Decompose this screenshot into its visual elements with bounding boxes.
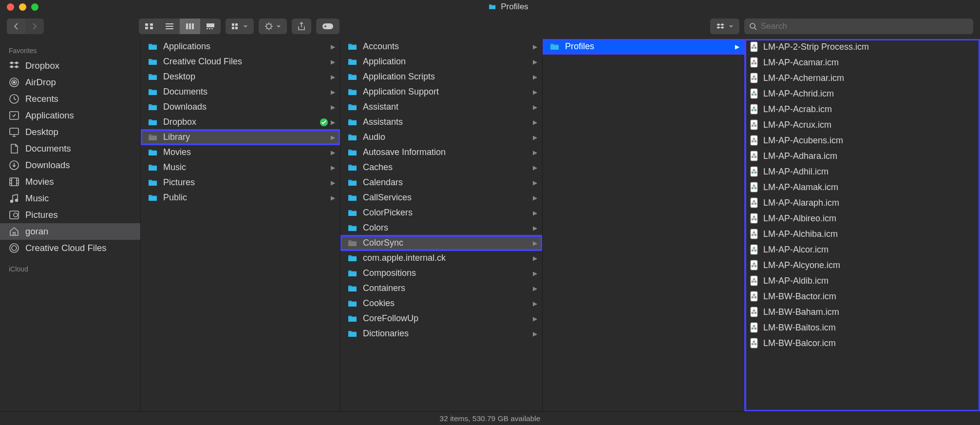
folder-item[interactable]: Music▶: [141, 160, 340, 175]
toolbar: [0, 14, 980, 39]
folder-icon: [347, 178, 358, 187]
folder-item[interactable]: Audio▶: [340, 130, 542, 145]
file-item[interactable]: LM-BW-Bactor.icm: [745, 289, 980, 304]
chevron-right-icon: ▶: [533, 104, 537, 111]
svg-rect-32: [232, 27, 234, 29]
folder-item[interactable]: com.apple.internal.ck▶: [340, 251, 542, 266]
item-label: Autosave Information: [363, 147, 446, 157]
file-item[interactable]: LM-AP-Adhara.icm: [745, 148, 980, 164]
file-item[interactable]: LM-AP-Acubens.icm: [745, 133, 980, 148]
sidebar-item-pictures[interactable]: Pictures: [0, 207, 140, 223]
file-item[interactable]: LM-AP-Alchiba.icm: [745, 226, 980, 242]
folder-item[interactable]: Documents▶: [141, 84, 340, 99]
sidebar-item-creative-cloud-files[interactable]: Creative Cloud Files: [0, 240, 140, 256]
item-label: LM-AP-Alcyone.icm: [763, 260, 840, 270]
search-field[interactable]: [744, 19, 973, 34]
icc-profile-icon: [750, 104, 758, 115]
file-item[interactable]: LM-AP-Alaraph.icm: [745, 195, 980, 211]
file-item[interactable]: LM-AP-Alamak.icm: [745, 179, 980, 195]
file-item[interactable]: LM-AP-Acrux.icm: [745, 117, 980, 133]
folder-item[interactable]: Desktop▶: [141, 69, 340, 84]
group-menu[interactable]: [226, 19, 254, 34]
folder-item[interactable]: Downloads▶: [141, 99, 340, 115]
sidebar-item-dropbox[interactable]: Dropbox: [0, 58, 140, 74]
window-zoom-button[interactable]: [31, 3, 38, 11]
folder-item[interactable]: Creative Cloud Files▶: [141, 54, 340, 69]
file-item[interactable]: LM-AP-Aldib.icm: [745, 273, 980, 289]
item-label: Documents: [163, 87, 207, 97]
search-icon: [749, 22, 757, 30]
item-label: Compositions: [363, 268, 416, 278]
dropbox-menu[interactable]: [710, 19, 739, 34]
folder-item[interactable]: Accounts▶: [340, 39, 542, 54]
folder-item[interactable]: Public▶: [141, 190, 340, 205]
view-gallery-button[interactable]: [200, 19, 221, 34]
back-button[interactable]: [7, 19, 25, 34]
folder-item[interactable]: ColorPickers▶: [340, 205, 542, 220]
file-item[interactable]: LM-AP-Achrid.icm: [745, 86, 980, 101]
window-minimize-button[interactable]: [19, 3, 26, 11]
folder-item[interactable]: Application▶: [340, 54, 542, 69]
folder-item[interactable]: Colors▶: [340, 220, 542, 235]
chevron-right-icon: ▶: [533, 225, 537, 232]
file-item[interactable]: LM-AP-Acrab.icm: [745, 101, 980, 117]
sidebar-item-recents[interactable]: Recents: [0, 91, 140, 107]
sidebar-item-movies[interactable]: Movies: [0, 174, 140, 190]
item-label: LM-AP-Acrab.icm: [763, 104, 832, 115]
file-item[interactable]: LM-AP-2-Strip Process.icm: [745, 39, 980, 55]
folder-item[interactable]: Calendars▶: [340, 175, 542, 190]
sidebar-item-downloads[interactable]: Downloads: [0, 157, 140, 174]
window-close-button[interactable]: [7, 3, 14, 11]
view-list-button[interactable]: [159, 19, 180, 34]
folder-item[interactable]: Movies▶: [141, 145, 340, 160]
folder-item[interactable]: Application Support▶: [340, 84, 542, 99]
folder-item[interactable]: Containers▶: [340, 281, 542, 296]
search-input[interactable]: [761, 21, 968, 31]
item-label: ColorSync: [363, 238, 403, 248]
file-item[interactable]: LM-BW-Baham.icm: [745, 304, 980, 320]
folder-item[interactable]: Compositions▶: [340, 266, 542, 281]
item-label: LM-AP-Acubens.icm: [763, 135, 843, 146]
chevron-right-icon: ▶: [533, 58, 537, 65]
folder-item[interactable]: Pictures▶: [141, 175, 340, 190]
file-item[interactable]: LM-AP-Adhil.icm: [745, 164, 980, 179]
sidebar-item-documents[interactable]: Documents: [0, 140, 140, 157]
file-item[interactable]: LM-BW-Baitos.icm: [745, 320, 980, 335]
folder-item[interactable]: Autosave Information▶: [340, 145, 542, 160]
file-item[interactable]: LM-AP-Alcor.icm: [745, 242, 980, 257]
sidebar-item-applications[interactable]: Applications: [0, 107, 140, 124]
action-menu[interactable]: [259, 19, 287, 34]
sidebar-item-music[interactable]: Music: [0, 190, 140, 207]
folder-item[interactable]: Caches▶: [340, 160, 542, 175]
folder-item[interactable]: CoreFollowUp▶: [340, 311, 542, 326]
file-item[interactable]: LM-AP-Acamar.icm: [745, 55, 980, 70]
folder-item[interactable]: Library▶: [141, 130, 340, 145]
icc-profile-icon: [750, 244, 758, 255]
sidebar-item-airdrop[interactable]: AirDrop: [0, 74, 140, 91]
sidebar-item-goran[interactable]: goran: [0, 223, 140, 240]
file-item[interactable]: LM-AP-Achernar.icm: [745, 70, 980, 86]
folder-item[interactable]: Cookies▶: [340, 296, 542, 311]
sidebar-item-desktop[interactable]: Desktop: [0, 124, 140, 140]
folder-item[interactable]: Assistants▶: [340, 115, 542, 130]
file-item[interactable]: LM-AP-Albireo.icm: [745, 211, 980, 226]
folder-item[interactable]: CallServices▶: [340, 190, 542, 205]
folder-icon: [488, 3, 497, 10]
folder-icon: [148, 103, 158, 112]
folder-item[interactable]: ColorSync▶: [340, 235, 542, 251]
folder-item[interactable]: Profiles▶: [543, 39, 744, 54]
share-button[interactable]: [292, 19, 311, 34]
folder-item[interactable]: Applications▶: [141, 39, 340, 54]
tags-button[interactable]: [316, 19, 339, 34]
folder-item[interactable]: Assistant▶: [340, 99, 542, 115]
view-icon-button[interactable]: [139, 19, 159, 34]
file-item[interactable]: LM-BW-Balcor.icm: [745, 335, 980, 351]
file-item[interactable]: LM-AP-Alcyone.icm: [745, 257, 980, 273]
airdrop-icon: [9, 77, 19, 88]
folder-item[interactable]: Dropbox▶: [141, 115, 340, 130]
folder-item[interactable]: Dictionaries▶: [340, 326, 542, 341]
status-bar: 32 items, 530.79 GB available: [0, 411, 980, 425]
view-column-button[interactable]: [180, 19, 200, 34]
folder-item[interactable]: Application Scripts▶: [340, 69, 542, 84]
home-icon: [9, 226, 19, 237]
